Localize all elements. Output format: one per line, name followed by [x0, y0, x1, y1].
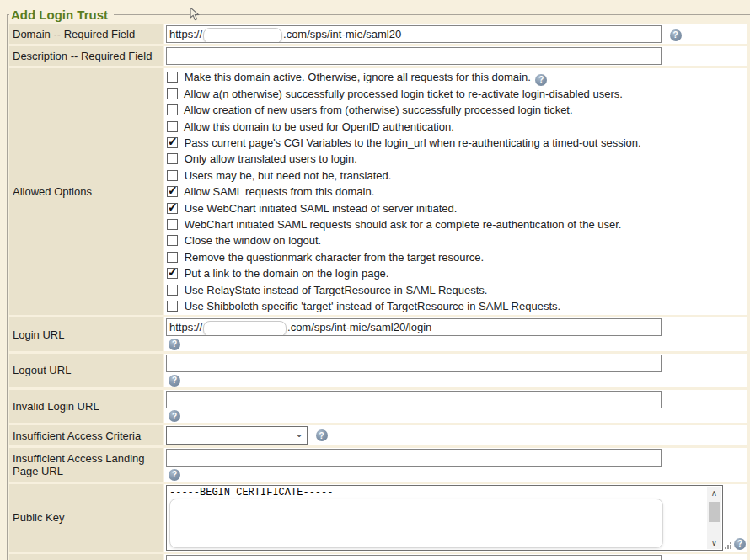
insufficient-access-criteria-select[interactable] — [166, 426, 308, 445]
redaction-box — [203, 321, 287, 337]
help-icon[interactable]: ? — [169, 375, 180, 387]
allowed-option: Allow SAML requests from this domain. — [166, 184, 746, 200]
option-checkbox[interactable] — [167, 219, 178, 230]
allowed-option: Users may be, but need not be, translate… — [166, 168, 746, 184]
allowed-options-label: Allowed Options — [9, 68, 163, 315]
resize-grip-icon[interactable] — [725, 542, 732, 550]
option-label: Put a link to the domain on the login pa… — [185, 267, 389, 280]
option-checkbox[interactable] — [167, 121, 178, 132]
insufficient-access-landing-label: Insufficient Access Landing Page URL — [9, 448, 163, 482]
option-checkbox[interactable] — [167, 186, 178, 197]
help-icon[interactable]: ? — [169, 339, 180, 350]
option-label: Only allow translated users to login. — [185, 152, 357, 165]
allowed-option: Close the window on logout. — [166, 232, 746, 248]
scroll-up-icon[interactable]: ∧ — [707, 487, 721, 499]
login-url-value-suffix: .com/sps/int-mie/saml20/login — [287, 321, 431, 333]
logout-url-input[interactable] — [166, 355, 662, 372]
option-checkbox[interactable] — [167, 153, 178, 164]
option-label: Use WebChart initiated SAML instead of s… — [185, 202, 458, 215]
option-label: Users may be, but need not be, translate… — [185, 169, 392, 182]
option-label: Make this domain active. Otherwise, igno… — [185, 71, 531, 83]
scroll-down-icon[interactable]: ∨ — [707, 536, 721, 549]
allowed-option: Allow a(n otherwise) successfully proces… — [166, 86, 746, 102]
allowed-option: Allow creation of new users from (otherw… — [166, 102, 746, 118]
page: Add Login Trust Domain -- Required Field… — [0, 8, 750, 560]
domain-input[interactable]: https://.com/sps/int-mie/saml20 — [166, 25, 662, 43]
certificate-text: -----BEGIN CERTIFICATE----- — [169, 487, 720, 499]
insufficient-access-landing-input[interactable] — [166, 449, 662, 467]
help-icon[interactable]: ? — [169, 469, 180, 481]
page-title: Add Login Trust — [9, 8, 114, 22]
option-checkbox[interactable] — [167, 137, 178, 148]
option-label: Close the window on logout. — [185, 234, 322, 247]
option-checkbox[interactable] — [167, 235, 178, 246]
option-checkbox[interactable] — [167, 268, 178, 279]
option-label: WebChart initiated SAML requests should … — [185, 218, 622, 231]
allowed-option: Pass current page's CGI Variables to the… — [166, 135, 746, 151]
insufficient-access-criteria-label: Insufficient Access Criteria — [9, 425, 163, 445]
description-row: Description -- Required Field — [9, 46, 747, 66]
allowed-option: WebChart initiated SAML requests should … — [166, 216, 746, 232]
option-checkbox[interactable] — [167, 203, 178, 214]
clipped-row-label — [9, 554, 163, 560]
add-login-trust-fieldset: Add Login Trust Domain -- Required Field… — [7, 8, 750, 560]
option-label: Allow this domain to be used for OpenID … — [184, 120, 454, 133]
option-label: Remove the questionmark character from t… — [185, 251, 485, 264]
option-label: Allow a(n otherwise) successfully proces… — [184, 88, 623, 100]
insufficient-access-landing-row: Insufficient Access Landing Page URL ? — [9, 448, 747, 482]
insufficient-access-criteria-row: Insufficient Access Criteria ⌄ ? — [9, 425, 747, 445]
redaction-box — [169, 499, 663, 548]
invalid-login-url-row: Invalid Login URL ? — [9, 390, 747, 424]
login-url-row: Login URL https://.com/sps/int-mie/saml2… — [9, 317, 747, 351]
public-key-row: Public Key -----BEGIN CERTIFICATE----- ∧… — [9, 484, 747, 552]
logout-url-row: Logout URL ? — [9, 354, 747, 387]
option-checkbox[interactable] — [167, 285, 178, 296]
allowed-option: Use Shibboleth specific 'target' instead… — [166, 298, 746, 314]
option-label: Use Shibboleth specific 'target' instead… — [185, 300, 560, 312]
login-url-label: Login URL — [9, 317, 163, 351]
domain-row: Domain -- Required Field https://.com/sp… — [9, 24, 747, 44]
login-url-input[interactable]: https://.com/sps/int-mie/saml20/login — [166, 318, 662, 336]
option-label: Allow creation of new users from (otherw… — [184, 104, 573, 116]
allowed-option: Use WebChart initiated SAML instead of s… — [166, 200, 746, 216]
allowed-option: Remove the questionmark character from t… — [166, 249, 746, 265]
option-checkbox[interactable] — [167, 170, 178, 181]
invalid-login-url-label: Invalid Login URL — [9, 390, 163, 424]
login-trust-form: Domain -- Required Field https://.com/sp… — [8, 22, 749, 560]
help-icon[interactable]: ? — [316, 429, 328, 441]
allowed-option: Use RelayState instead of TargetResource… — [166, 282, 746, 298]
option-label: Pass current page's CGI Variables to the… — [185, 136, 641, 149]
public-key-label: Public Key — [9, 484, 163, 552]
option-checkbox[interactable] — [167, 104, 178, 115]
allowed-options-row: Allowed Options Make this domain active.… — [9, 68, 747, 315]
clipped-bottom-row — [9, 554, 747, 560]
option-checkbox[interactable] — [167, 88, 178, 99]
help-icon[interactable]: ? — [535, 74, 547, 86]
allowed-options-list: Make this domain active. Otherwise, igno… — [164, 68, 747, 315]
scrollbar-thumb[interactable] — [709, 502, 720, 522]
allowed-option: Allow this domain to be used for OpenID … — [166, 119, 746, 135]
redaction-box — [203, 28, 282, 44]
option-label: Use RelayState instead of TargetResource… — [185, 284, 488, 296]
option-checkbox[interactable] — [167, 252, 178, 263]
help-icon[interactable]: ? — [734, 538, 746, 550]
domain-value-suffix: .com/sps/int-mie/saml20 — [283, 28, 401, 40]
login-url-value-prefix: https:// — [169, 321, 202, 333]
description-input[interactable] — [166, 47, 662, 65]
option-checkbox[interactable] — [167, 72, 178, 83]
allowed-option: Put a link to the domain on the login pa… — [166, 265, 746, 281]
logout-url-label: Logout URL — [9, 354, 163, 387]
public-key-textarea[interactable]: -----BEGIN CERTIFICATE----- ∧ ∨ — [166, 485, 723, 551]
textarea-scrollbar[interactable]: ∧ ∨ — [707, 487, 721, 549]
option-label: Allow SAML requests from this domain. — [184, 185, 374, 198]
help-icon[interactable]: ? — [169, 410, 180, 422]
domain-value-prefix: https:// — [169, 28, 202, 40]
clipped-row-input[interactable] — [166, 555, 662, 560]
allowed-option: Make this domain active. Otherwise, igno… — [166, 69, 746, 86]
invalid-login-url-input[interactable] — [166, 391, 662, 408]
domain-label: Domain -- Required Field — [9, 24, 163, 44]
description-label: Description -- Required Field — [9, 46, 163, 66]
help-icon[interactable]: ? — [670, 29, 682, 41]
option-checkbox[interactable] — [167, 301, 178, 312]
allowed-option: Only allow translated users to login. — [166, 151, 746, 167]
